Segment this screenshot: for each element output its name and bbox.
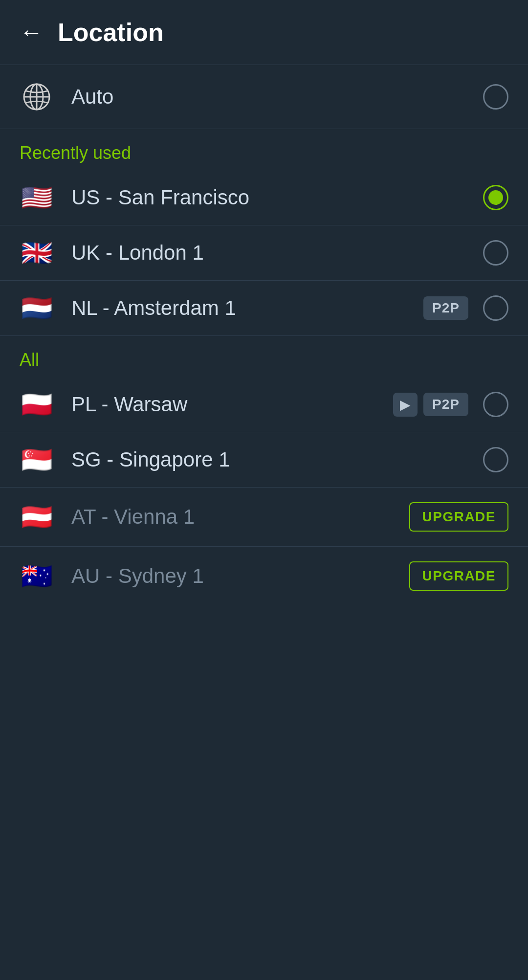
radio-nl-amsterdam-1[interactable] xyxy=(483,295,508,321)
flag-icon-pl: 🇵🇱 xyxy=(20,392,54,417)
page-title: Location xyxy=(58,18,164,47)
item-label-pl-warsaw: PL - Warsaw xyxy=(71,393,393,416)
list-item-pl-warsaw[interactable]: 🇵🇱 PL - Warsaw ▶ P2P xyxy=(0,377,528,432)
flag-icon-nl: 🇳🇱 xyxy=(20,296,54,320)
flag-icon-sg: 🇸🇬 xyxy=(20,447,54,472)
p2p-badge-nl: P2P xyxy=(423,296,468,320)
pl-badges: ▶ P2P xyxy=(393,393,478,417)
play-badge-pl: ▶ xyxy=(393,393,418,417)
item-label-sg-singapore-1: SG - Singapore 1 xyxy=(71,448,483,471)
back-button[interactable]: ← xyxy=(20,21,43,44)
flag-icon-us: 🇺🇸 xyxy=(20,185,54,210)
globe-icon xyxy=(20,80,54,114)
list-item-nl-amsterdam-1[interactable]: 🇳🇱 NL - Amsterdam 1 P2P xyxy=(0,281,528,335)
radio-us-san-francisco[interactable] xyxy=(483,185,508,210)
header: ← Location xyxy=(0,0,528,65)
item-label-uk-london-1: UK - London 1 xyxy=(71,241,483,265)
flag-icon-au: 🇦🇺 xyxy=(20,564,54,588)
radio-sg-singapore-1[interactable] xyxy=(483,447,508,472)
all-section-label: All xyxy=(0,336,528,377)
flag-icon-uk: 🇬🇧 xyxy=(20,241,54,265)
auto-label: Auto xyxy=(71,85,483,109)
radio-inner-us-san-francisco xyxy=(488,190,503,205)
upgrade-button-at-vienna-1[interactable]: UPGRADE xyxy=(409,502,508,532)
list-item-au-sydney-1[interactable]: 🇦🇺 AU - Sydney 1 UPGRADE xyxy=(0,547,528,605)
list-item-at-vienna-1[interactable]: 🇦🇹 AT - Vienna 1 UPGRADE xyxy=(0,488,528,546)
radio-pl-warsaw[interactable] xyxy=(483,392,508,417)
radio-uk-london-1[interactable] xyxy=(483,240,508,266)
flag-icon-at: 🇦🇹 xyxy=(20,505,54,529)
list-item-sg-singapore-1[interactable]: 🇸🇬 SG - Singapore 1 xyxy=(0,432,528,487)
item-label-at-vienna-1: AT - Vienna 1 xyxy=(71,505,409,529)
auto-item[interactable]: Auto xyxy=(0,65,528,129)
list-item-uk-london-1[interactable]: 🇬🇧 UK - London 1 xyxy=(0,225,528,280)
list-item-us-san-francisco[interactable]: 🇺🇸 US - San Francisco xyxy=(0,170,528,225)
nl-badges: P2P xyxy=(423,296,478,320)
auto-radio[interactable] xyxy=(483,84,508,110)
item-label-nl-amsterdam-1: NL - Amsterdam 1 xyxy=(71,296,423,320)
p2p-badge-pl: P2P xyxy=(423,393,468,416)
recently-used-section-label: Recently used xyxy=(0,129,528,170)
upgrade-button-au-sydney-1[interactable]: UPGRADE xyxy=(409,561,508,591)
item-label-au-sydney-1: AU - Sydney 1 xyxy=(71,564,409,588)
item-label-us-san-francisco: US - San Francisco xyxy=(71,186,483,209)
